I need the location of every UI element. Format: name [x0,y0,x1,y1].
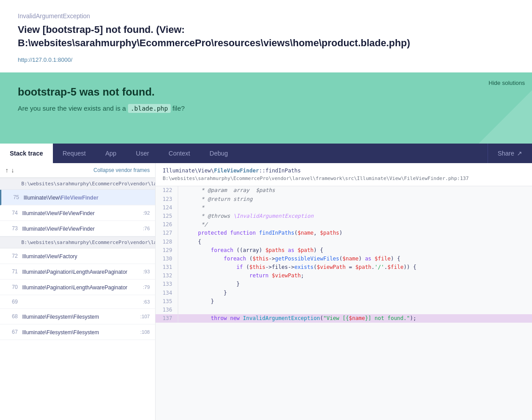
line-code-125: * @throws \InvalidArgumentException [178,212,532,220]
frame-item-69[interactable]: 69 :63 [0,295,155,309]
code-line-129: 129 foreach ((array) $paths as $path) { [156,246,532,255]
line-num-129: 129 [156,246,178,255]
frame-item-68[interactable]: 68 Illuminate\Filesystem\Filesystem :107 [0,309,155,324]
frame-line-68: :107 [140,314,150,319]
frame-item-73[interactable]: 73 Illuminate\View\FileViewFinder :76 [0,221,155,236]
code-line-136: 136 [156,306,532,314]
tab-user[interactable]: User [126,144,159,163]
frame-item-72[interactable]: 72 Illuminate\View\Factory [0,248,155,264]
frame-info-73: Illuminate\View\FileViewFinder [22,224,140,232]
frame-item-74[interactable]: 74 Illuminate\View\FileViewFinder :92 [0,205,155,221]
solution-title: bootstrap-5 was not found. [18,86,514,98]
frames-toolbar: ↑ ↓ Collapse vendor frames [0,163,155,178]
line-code-127: protected function findInPaths($name, $p… [178,229,532,237]
nav-down-icon[interactable]: ↓ [11,167,14,174]
frame-line-67: :108 [140,329,150,335]
frame-number-67: 67 [5,329,18,335]
frame-info-67: Illuminate\Filesystem\Filesystem [22,328,138,336]
frame-number-71: 71 [5,268,18,275]
line-num-130: 130 [156,255,178,263]
frame-info-75: Illuminate\View\FileViewFinder [24,193,150,201]
code-header: Illuminate\View\FileViewFinder::findInPa… [156,163,532,186]
solution-code-snippet: .blade.php [128,104,171,113]
tabs-bar: Stack trace Request App User Context Deb… [0,144,532,163]
line-num-128: 128 [156,238,178,246]
code-line-130: 130 foreach ($this->getPossibleViewFiles… [156,255,532,263]
line-code-128: { [178,238,532,246]
frame-number-72: 72 [5,253,18,259]
error-type: InvalidArgumentException [18,12,514,20]
line-code-133: } [178,280,532,288]
line-num-137: 137 [156,314,178,323]
line-num-132: 132 [156,272,178,280]
code-panel: Illuminate\View\FileViewFinder::findInPa… [156,163,532,420]
code-line-123: 123 * @return string [156,195,532,204]
tab-request[interactable]: Request [53,144,96,163]
frame-class-68: Illuminate\Filesystem\Filesystem [22,314,99,320]
line-code-126: */ [178,220,532,229]
line-code-134: } [178,289,532,297]
frame-info-74: Illuminate\View\FileViewFinder [22,209,140,217]
solution-description: Are you sure the view exists and is a .b… [18,104,514,112]
line-code-122: * @param array $paths [178,186,532,195]
line-code-136 [178,306,532,314]
code-line-126: 126 */ [156,220,532,229]
line-num-124: 124 [156,204,178,212]
share-button[interactable]: Share ↗ [488,144,532,163]
code-line-134: 134 } [156,289,532,297]
frame-class-67: Illuminate\Filesystem\Filesystem [22,329,99,336]
frame-class-70: Illuminate\Pagination\LengthAwarePaginat… [22,284,128,291]
share-icon: ↗ [517,150,522,157]
solution-desc-suffix: file? [172,104,185,112]
line-num-133: 133 [156,280,178,288]
frame-line-69: :63 [143,299,150,304]
line-code-131: if ($this->files->exists($viewPath = $pa… [178,263,532,272]
line-code-135: } [178,297,532,306]
frame-item-70[interactable]: 70 Illuminate\Pagination\LengthAwarePagi… [0,280,155,295]
line-code-137: throw new InvalidArgumentException("View… [178,314,532,323]
frame-item-67[interactable]: 67 Illuminate\Filesystem\Filesystem :108 [0,324,155,340]
main-content: ↑ ↓ Collapse vendor frames B:\websites\s… [0,163,532,420]
frame-line-73: :76 [143,226,150,231]
tab-stack-trace[interactable]: Stack trace [0,144,53,163]
code-line-127: 127 protected function findInPaths($name… [156,229,532,237]
code-line-133: 133 } [156,280,532,288]
frame-info-68: Illuminate\Filesystem\Filesystem [22,312,138,320]
frames-panel: ↑ ↓ Collapse vendor frames B:\websites\s… [0,163,156,420]
line-num-134: 134 [156,289,178,297]
vendor-path-header-72: B:\websites\sarahmurphy\EcommercePro\ven… [0,236,155,248]
frame-class-74: Illuminate\View\FileViewFinder [22,210,95,216]
frame-number-69: 69 [5,299,18,305]
collapse-vendor-button[interactable]: Collapse vendor frames [93,167,150,173]
frame-number-74: 74 [5,210,18,216]
code-table: 122 * @param array $paths 123 * @return … [156,186,532,323]
error-message: View [bootstrap-5] not found. (View: B:\… [18,23,514,49]
frame-number-73: 73 [5,225,18,232]
error-header: InvalidArgumentException View [bootstrap… [0,0,532,72]
frame-line-74: :92 [143,210,150,216]
frame-info-72: Illuminate\View\Factory [22,252,150,260]
line-code-129: foreach ((array) $paths as $path) { [178,246,532,255]
line-code-124: * [178,204,532,212]
line-code-132: return $viewPath; [178,272,532,280]
frame-class-73: Illuminate\View\FileViewFinder [22,226,95,232]
code-body[interactable]: 122 * @param array $paths 123 * @return … [156,186,532,420]
solution-section: Hide solutions bootstrap-5 was not found… [0,72,532,144]
nav-up-icon[interactable]: ↑ [5,167,8,174]
line-code-130: foreach ($this->getPossibleViewFiles($na… [178,255,532,263]
error-url-link[interactable]: http://127.0.0.1:8000/ [18,56,72,63]
tab-context[interactable]: Context [159,144,200,163]
hide-solutions-button[interactable]: Hide solutions [488,80,525,86]
code-line-124: 124 * [156,204,532,212]
code-line-135: 135 } [156,297,532,306]
frame-class-75: Illuminate\View\FileViewFinder [24,195,98,201]
frame-item-71[interactable]: 71 Illuminate\Pagination\LengthAwarePagi… [0,264,155,280]
frame-item-75[interactable]: 75 Illuminate\View\FileViewFinder [0,190,155,205]
frame-number-68: 68 [5,313,18,320]
tab-debug[interactable]: Debug [200,144,238,163]
code-line-132: 132 return $viewPath; [156,272,532,280]
tab-app[interactable]: App [96,144,126,163]
nav-arrows: ↑ ↓ [5,167,14,174]
code-class-highlight: FileViewFinder [214,168,259,174]
line-num-123: 123 [156,195,178,204]
